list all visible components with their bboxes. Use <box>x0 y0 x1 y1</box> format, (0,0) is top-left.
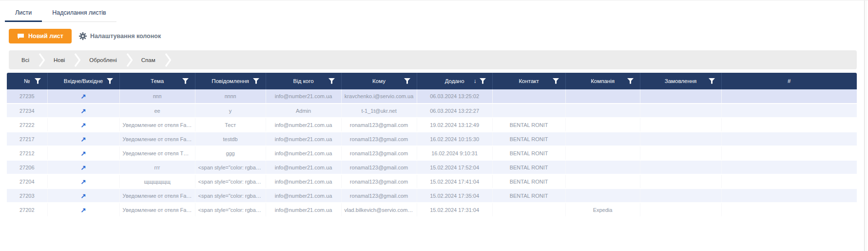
column-header-label: Компанія <box>591 78 615 84</box>
cell-added: 19.02.2024 13:12:49 <box>417 118 492 132</box>
column-header[interactable]: Компанія <box>565 73 640 89</box>
cell-extra <box>721 188 857 203</box>
cell-company <box>565 89 640 104</box>
column-header[interactable]: Контакт <box>492 73 565 89</box>
cell-contact: BENTAL RONIT <box>492 188 565 203</box>
column-header[interactable]: Вхідне/Вихідне <box>47 73 119 89</box>
column-header[interactable]: Замовлення <box>640 73 721 89</box>
sort-desc-arrow-icon[interactable]: ↓ <box>474 78 477 84</box>
column-header[interactable]: Додано↓ <box>417 73 492 89</box>
cell-order <box>640 118 721 132</box>
filter-funnel-icon[interactable] <box>627 78 634 84</box>
filter-funnel-icon[interactable] <box>328 78 335 84</box>
cell-company: Expedia <box>565 203 640 217</box>
filter-funnel-icon[interactable] <box>404 78 410 84</box>
column-header-label: Кому <box>372 78 386 84</box>
table-row[interactable]: 27234↗eeyAdmint-1_1t@ukr.net06.03.2024 1… <box>7 104 857 118</box>
table-row[interactable]: 27203↗Уведомление от отеля Family...<spa… <box>7 188 857 203</box>
filter-funnel-icon[interactable] <box>182 78 189 84</box>
scrollbar[interactable] <box>864 0 867 251</box>
filter-funnel-icon[interactable] <box>709 78 715 84</box>
table-row[interactable]: 27217↗Уведомление от отеля Family...test… <box>7 132 857 146</box>
arrow-up-right-icon[interactable]: ↗ <box>80 178 86 186</box>
cell-order <box>640 89 721 104</box>
cell-contact <box>492 104 565 118</box>
chevron-right-icon <box>39 53 45 67</box>
column-header-label: Від кого <box>293 78 314 84</box>
cell-direction: ↗ <box>47 146 119 160</box>
cell-subject: ппп <box>119 89 195 104</box>
cell-number: 27204 <box>7 174 47 188</box>
status-filter-item[interactable]: Всі <box>20 57 30 63</box>
cell-from: info@number21.com.ua <box>266 174 341 188</box>
table-row[interactable]: 27202↗Уведомление от отеля Family...<spa… <box>7 203 857 217</box>
cell-subject: Уведомление от отеля Family... <box>119 132 195 146</box>
cell-to: ronamal123@gmail.com <box>341 146 417 160</box>
tab-letters[interactable]: Листи <box>5 6 42 21</box>
status-filter-item[interactable]: Спам <box>140 57 156 63</box>
table-row[interactable]: 27212↗Уведомление от отеля TMS ...ggginf… <box>7 146 857 160</box>
arrow-up-right-icon[interactable]: ↗ <box>80 207 86 214</box>
cell-contact: BENTAL RONIT <box>492 146 565 160</box>
cell-extra <box>721 160 857 174</box>
column-header[interactable]: № <box>7 73 47 89</box>
cell-direction: ↗ <box>47 132 119 146</box>
cell-added: 15.02.2024 17:31:04 <box>417 203 492 217</box>
column-header[interactable]: Від кого <box>266 73 341 89</box>
arrow-up-right-icon[interactable]: ↗ <box>80 150 86 157</box>
tab-letter-sending[interactable]: Надсилання листів <box>42 6 116 21</box>
column-header[interactable]: # <box>721 73 857 89</box>
table-row[interactable]: 27222↗Уведомление от отеля Family...Тест… <box>7 118 857 132</box>
column-header-label: Додано <box>445 78 464 84</box>
filter-funnel-icon[interactable] <box>107 78 113 84</box>
chat-bubble-icon <box>17 33 24 40</box>
cell-company <box>565 146 640 160</box>
cell-company <box>565 132 640 146</box>
cell-message: пппп <box>195 89 266 104</box>
column-header[interactable]: Кому <box>341 73 417 89</box>
column-header[interactable]: Повідомлення <box>195 73 266 89</box>
cell-extra <box>721 132 857 146</box>
arrow-up-right-icon[interactable]: ↗ <box>80 164 86 171</box>
status-filter-bar: ВсіНовіОбробленіСпам <box>9 50 857 69</box>
cell-message: testdb <box>195 132 266 146</box>
table-row[interactable]: 27204↗щщщщщщ<span style="color: rgba(255… <box>7 174 857 188</box>
cell-extra <box>721 118 857 132</box>
cell-extra <box>721 104 857 118</box>
column-settings-button[interactable]: Налаштування колонок <box>79 32 161 40</box>
cell-subject: Уведомление от отеля TMS ... <box>119 146 195 160</box>
table-row[interactable]: 27235↗пппппппinfo@number21.com.uakravche… <box>7 89 857 104</box>
cell-subject: щщщщщщ <box>119 174 195 188</box>
cell-subject: Уведомление от отеля Family... <box>119 188 195 203</box>
cell-from: info@number21.com.ua <box>266 118 341 132</box>
arrow-up-right-icon[interactable]: ↗ <box>80 122 86 129</box>
cell-contact: BENTAL RONIT <box>492 132 565 146</box>
arrow-up-right-icon[interactable]: ↗ <box>80 107 86 115</box>
filter-funnel-icon[interactable] <box>35 78 41 84</box>
arrow-up-right-icon[interactable]: ↗ <box>80 192 86 200</box>
cell-order <box>640 132 721 146</box>
chevron-right-icon <box>165 53 171 67</box>
status-filter-item[interactable]: Оброблені <box>88 57 117 63</box>
status-filter-item[interactable]: Нові <box>53 57 66 63</box>
cell-to: ronamal123@gmail.com <box>341 160 417 174</box>
cell-to: ronamal123@gmail.com <box>341 174 417 188</box>
filter-funnel-icon[interactable] <box>253 78 259 84</box>
filter-funnel-icon[interactable] <box>480 78 486 84</box>
new-letter-button[interactable]: Новий лист <box>9 29 72 43</box>
cell-message: <span style="color: rgba(255, ... <box>195 160 266 174</box>
gear-icon <box>79 32 87 40</box>
chevron-right-icon <box>75 53 80 67</box>
cell-order <box>640 146 721 160</box>
column-header[interactable]: Тема <box>119 73 195 89</box>
table-row[interactable]: 27206↗ггг<span style="color: rgba(255, .… <box>7 160 857 174</box>
cell-added: 06.03.2024 13:25:02 <box>417 89 492 104</box>
arrow-up-right-icon[interactable]: ↗ <box>80 136 86 143</box>
cell-order <box>640 203 721 217</box>
cell-extra <box>721 146 857 160</box>
cell-direction: ↗ <box>47 188 119 203</box>
cell-added: 16.02.2024 9:10:31 <box>417 146 492 160</box>
cell-added: 16.02.2024 10:15:30 <box>417 132 492 146</box>
arrow-up-right-icon[interactable]: ↗ <box>80 93 86 100</box>
filter-funnel-icon[interactable] <box>553 78 559 84</box>
